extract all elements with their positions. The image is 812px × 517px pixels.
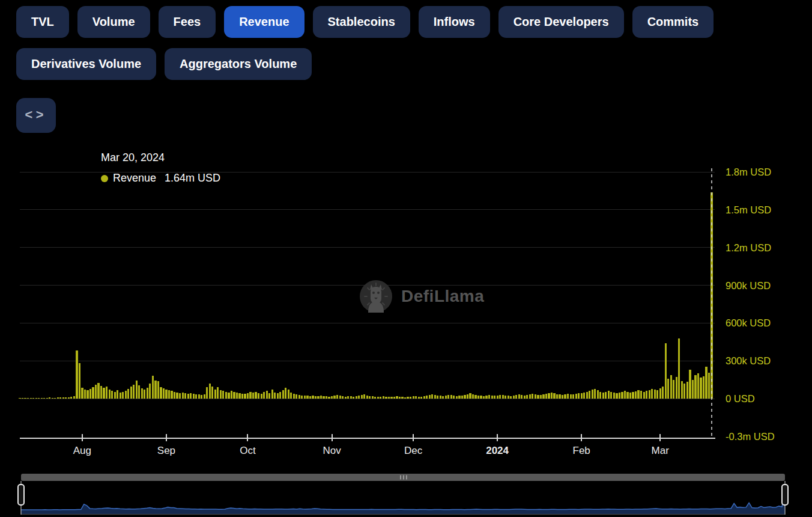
revenue-bar[interactable] — [442, 396, 444, 399]
revenue-bar[interactable] — [163, 388, 165, 399]
revenue-bar[interactable] — [122, 392, 124, 399]
revenue-bar[interactable] — [526, 395, 528, 399]
revenue-bar[interactable] — [619, 393, 620, 399]
revenue-bar[interactable] — [665, 343, 667, 399]
revenue-bar[interactable] — [46, 398, 48, 399]
revenue-bar[interactable] — [22, 398, 23, 399]
revenue-bar[interactable] — [703, 376, 704, 399]
revenue-bar[interactable] — [147, 388, 148, 399]
revenue-bar[interactable] — [572, 394, 574, 399]
revenue-bar[interactable] — [518, 394, 520, 399]
revenue-bar[interactable] — [602, 393, 604, 399]
revenue-bar[interactable] — [483, 396, 485, 399]
tab-aggregators-volume[interactable]: Aggregators Volume — [165, 48, 312, 80]
revenue-bar[interactable] — [103, 388, 105, 399]
revenue-bar[interactable] — [195, 394, 197, 399]
revenue-bar[interactable] — [182, 393, 184, 399]
revenue-bar[interactable] — [556, 394, 558, 399]
revenue-bar[interactable] — [62, 397, 64, 399]
revenue-bar[interactable] — [225, 392, 227, 399]
tab-inflows[interactable]: Inflows — [419, 6, 490, 38]
revenue-bar[interactable] — [328, 397, 330, 399]
revenue-bar[interactable] — [84, 390, 86, 399]
revenue-bar[interactable] — [567, 394, 569, 399]
revenue-bar[interactable] — [160, 387, 162, 399]
revenue-bar[interactable] — [377, 397, 379, 399]
tab-revenue[interactable]: Revenue — [224, 6, 304, 38]
revenue-bar[interactable] — [581, 393, 583, 399]
revenue-bar[interactable] — [79, 363, 80, 399]
revenue-bar[interactable] — [621, 392, 623, 399]
revenue-bar[interactable] — [551, 393, 553, 399]
brush-track-grip-icon[interactable] — [406, 476, 407, 480]
revenue-bar[interactable] — [206, 387, 208, 399]
revenue-bar[interactable] — [165, 390, 167, 399]
revenue-bar[interactable] — [361, 395, 363, 399]
revenue-bar[interactable] — [705, 367, 707, 399]
revenue-bar[interactable] — [125, 391, 127, 399]
revenue-bar[interactable] — [345, 397, 347, 399]
revenue-bar[interactable] — [358, 396, 360, 399]
revenue-bar[interactable] — [673, 380, 674, 399]
revenue-bar[interactable] — [73, 396, 75, 399]
revenue-bar[interactable] — [420, 397, 422, 399]
revenue-bar[interactable] — [678, 338, 680, 399]
revenue-bar[interactable] — [277, 393, 279, 399]
revenue-bar[interactable] — [654, 390, 656, 399]
revenue-bar[interactable] — [54, 398, 56, 399]
revenue-bar[interactable] — [477, 396, 479, 399]
revenue-bar[interactable] — [193, 394, 195, 399]
revenue-bar[interactable] — [491, 396, 493, 399]
revenue-bar[interactable] — [288, 390, 289, 399]
revenue-bar[interactable] — [320, 396, 322, 399]
revenue-bar[interactable] — [198, 394, 200, 399]
revenue-bar[interactable] — [369, 396, 371, 399]
revenue-bar[interactable] — [407, 397, 408, 399]
revenue-bar[interactable] — [144, 390, 145, 399]
revenue-bar[interactable] — [301, 396, 303, 399]
tab-commits[interactable]: Commits — [632, 6, 714, 38]
revenue-bar[interactable] — [323, 396, 324, 399]
revenue-bar[interactable] — [467, 394, 468, 399]
revenue-bar[interactable] — [52, 398, 53, 399]
revenue-bar[interactable] — [472, 394, 474, 399]
revenue-bar[interactable] — [43, 398, 45, 399]
revenue-bar[interactable] — [692, 380, 694, 399]
revenue-bar[interactable] — [401, 397, 403, 399]
revenue-bar[interactable] — [586, 392, 588, 399]
brush-track-grip-icon[interactable] — [403, 476, 404, 480]
revenue-bar[interactable] — [342, 396, 344, 399]
revenue-bar[interactable] — [315, 396, 317, 399]
revenue-bar[interactable] — [86, 390, 88, 399]
revenue-bar[interactable] — [686, 382, 688, 399]
tab-stablecoins[interactable]: Stablecoins — [313, 6, 410, 38]
revenue-bar[interactable] — [133, 385, 135, 399]
revenue-bar[interactable] — [502, 395, 504, 399]
revenue-bar[interactable] — [635, 391, 637, 399]
revenue-bar[interactable] — [559, 394, 560, 399]
revenue-bar[interactable] — [592, 390, 593, 399]
revenue-bar[interactable] — [393, 397, 395, 399]
revenue-bar[interactable] — [111, 391, 113, 399]
revenue-bar[interactable] — [127, 389, 129, 399]
revenue-bar[interactable] — [594, 389, 596, 399]
revenue-bar[interactable] — [694, 375, 696, 399]
revenue-bar[interactable] — [154, 381, 156, 399]
revenue-bar[interactable] — [204, 394, 205, 399]
revenue-bar[interactable] — [89, 389, 91, 399]
revenue-bar[interactable] — [513, 396, 515, 399]
revenue-bar[interactable] — [542, 394, 544, 399]
revenue-bar[interactable] — [474, 395, 476, 399]
revenue-bar[interactable] — [415, 396, 417, 399]
revenue-bar[interactable] — [81, 388, 83, 399]
revenue-bar[interactable] — [109, 390, 111, 399]
revenue-bar[interactable] — [708, 373, 710, 399]
revenue-bar[interactable] — [138, 385, 140, 399]
tab-fees[interactable]: Fees — [159, 6, 216, 38]
revenue-bar[interactable] — [231, 391, 232, 399]
revenue-bar[interactable] — [418, 397, 420, 399]
revenue-bar[interactable] — [545, 394, 547, 399]
revenue-bar[interactable] — [583, 393, 585, 399]
revenue-bar[interactable] — [497, 396, 498, 399]
revenue-bar[interactable] — [374, 397, 376, 399]
